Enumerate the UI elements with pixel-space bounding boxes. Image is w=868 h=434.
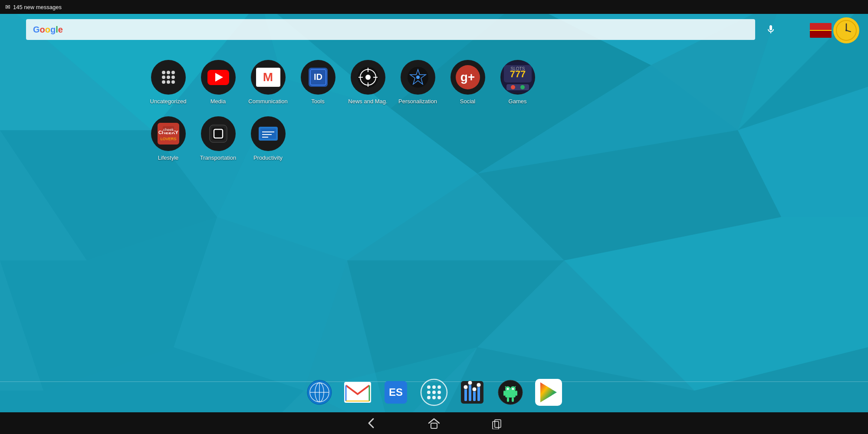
app-label-lifestyle: Lifestyle xyxy=(158,155,179,161)
app-icon-media xyxy=(201,60,236,95)
svg-point-79 xyxy=(432,396,436,399)
app-icon-communication: M xyxy=(251,60,286,95)
svg-rect-85 xyxy=(477,386,480,401)
app-news[interactable]: News and Mag. xyxy=(343,56,393,113)
app-label-games: Games xyxy=(509,98,527,105)
app-icon-uncategorized xyxy=(151,60,186,95)
svg-point-75 xyxy=(427,391,431,394)
app-personalization[interactable]: Personalization xyxy=(393,56,443,113)
svg-point-43 xyxy=(511,85,515,89)
app-transportation[interactable]: Transportation xyxy=(193,113,243,169)
app-communication[interactable]: M Communication xyxy=(243,56,293,113)
svg-point-77 xyxy=(437,391,441,394)
svg-rect-83 xyxy=(469,384,471,401)
svg-rect-106 xyxy=(493,421,499,429)
svg-point-78 xyxy=(427,396,431,399)
svg-rect-98 xyxy=(503,391,505,396)
status-bar: ✉ 145 new messages xyxy=(0,0,868,14)
clock-widget xyxy=(833,17,859,43)
flag-widget xyxy=(810,23,832,38)
svg-point-37 xyxy=(416,76,420,79)
svg-rect-65 xyxy=(344,382,371,403)
mic-button[interactable] xyxy=(760,19,781,40)
home-button[interactable] xyxy=(424,414,444,433)
svg-point-25 xyxy=(845,30,847,31)
svg-point-31 xyxy=(365,75,371,80)
notification-area: ✉ 145 new messages xyxy=(5,3,62,10)
app-icon-lifestyle: CHEEKY LOVERS cheek xyxy=(151,116,186,151)
app-label-news: News and Mag. xyxy=(348,98,387,105)
app-label-personalization: Personalization xyxy=(398,98,437,105)
svg-point-74 xyxy=(437,385,441,389)
app-label-communication: Communication xyxy=(248,98,287,105)
svg-text:ES: ES xyxy=(389,386,403,398)
svg-rect-105 xyxy=(495,420,501,427)
app-icon-transportation xyxy=(201,116,236,151)
svg-point-89 xyxy=(477,383,481,387)
app-label-transportation: Transportation xyxy=(200,155,236,161)
app-label-media: Media xyxy=(210,98,226,105)
dock-launcher[interactable] xyxy=(418,377,450,408)
dock-files[interactable]: ES xyxy=(380,377,411,408)
app-label-uncategorized: Uncategorized xyxy=(150,98,187,105)
nav-bar xyxy=(0,412,868,434)
svg-point-88 xyxy=(472,387,477,391)
dock-gmail[interactable] xyxy=(342,377,373,408)
dock-android[interactable] xyxy=(495,377,526,408)
svg-text:LOVERS: LOVERS xyxy=(160,137,176,141)
svg-point-73 xyxy=(432,385,436,389)
app-productivity[interactable]: Productivity xyxy=(243,113,293,169)
app-social[interactable]: g+ Social xyxy=(443,56,493,113)
app-icon-personalization xyxy=(401,60,435,95)
svg-point-44 xyxy=(520,85,525,89)
app-icon-tools: ID xyxy=(301,60,335,95)
notification-text: 145 new messages xyxy=(13,4,62,10)
app-icon-productivity xyxy=(251,116,286,151)
app-icon-news xyxy=(351,60,385,95)
svg-rect-84 xyxy=(473,390,476,401)
svg-point-80 xyxy=(437,396,441,399)
svg-point-86 xyxy=(464,385,468,389)
app-label-social: Social xyxy=(460,98,475,105)
svg-rect-96 xyxy=(507,398,509,402)
app-media[interactable]: Media xyxy=(193,56,243,113)
app-grid: Uncategorized Media M Communication ID T… xyxy=(143,56,592,169)
top-right-widget xyxy=(810,17,859,43)
back-button[interactable] xyxy=(362,414,381,433)
app-lifestyle[interactable]: CHEEKY LOVERS cheek Lifestyle xyxy=(143,113,193,169)
dock-store[interactable] xyxy=(533,377,564,408)
dock-equalizer[interactable] xyxy=(457,377,488,408)
svg-rect-104 xyxy=(431,423,437,428)
svg-text:cheek: cheek xyxy=(163,128,174,132)
google-logo: Google xyxy=(33,25,63,35)
svg-point-76 xyxy=(432,391,436,394)
svg-rect-99 xyxy=(516,391,517,396)
app-uncategorized[interactable]: Uncategorized xyxy=(143,56,193,113)
svg-point-87 xyxy=(468,381,472,385)
app-label-productivity: Productivity xyxy=(253,155,283,161)
dock-browser[interactable] xyxy=(304,377,335,408)
app-tools[interactable]: ID Tools xyxy=(293,56,343,113)
dock: ES xyxy=(295,373,573,411)
svg-rect-82 xyxy=(464,388,467,401)
svg-rect-42 xyxy=(506,84,529,90)
app-games[interactable]: 777 SLOTS Games xyxy=(493,56,542,113)
recents-button[interactable] xyxy=(487,414,506,433)
app-icon-games: 777 SLOTS xyxy=(500,60,535,95)
app-icon-social: g+ xyxy=(450,60,485,95)
app-label-tools: Tools xyxy=(311,98,324,105)
svg-text:ID: ID xyxy=(314,72,322,82)
svg-text:SLOTS: SLOTS xyxy=(510,66,525,71)
svg-rect-97 xyxy=(512,398,514,402)
message-icon: ✉ xyxy=(5,3,10,10)
search-bar[interactable]: Google xyxy=(26,19,755,40)
svg-point-72 xyxy=(427,385,431,389)
